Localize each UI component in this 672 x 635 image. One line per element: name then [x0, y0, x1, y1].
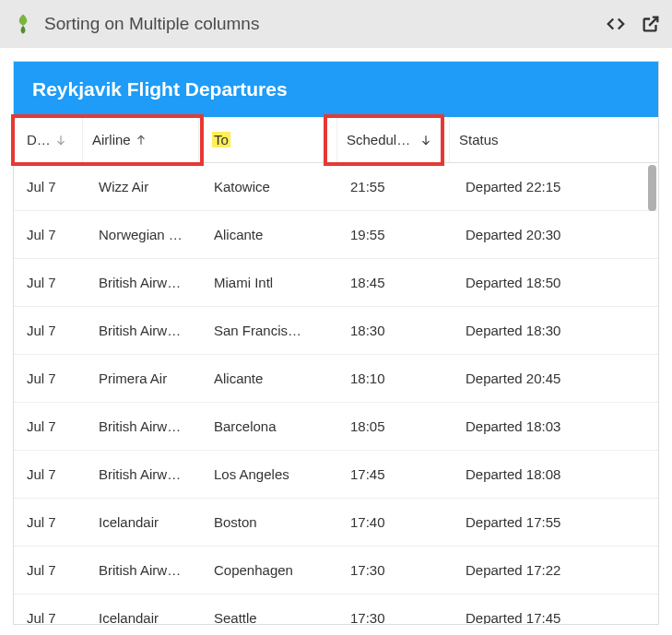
cell-date: Jul 7 — [14, 370, 86, 386]
cell-date: Jul 7 — [14, 275, 86, 290]
cell-scheduled: 19:55 — [337, 227, 453, 242]
cell-date: Jul 7 — [14, 179, 86, 194]
sort-desc-icon — [54, 134, 67, 147]
table-row[interactable]: Jul 7Wizz AirKatowice21:55Departed 22:15 — [14, 163, 658, 211]
cell-to: Barcelona — [201, 418, 337, 434]
cell-date: Jul 7 — [14, 418, 86, 434]
scrollbar[interactable] — [646, 163, 658, 624]
top-bar-left: Sorting on Multiple columns — [11, 12, 259, 36]
table-row[interactable]: Jul 7British Airw…Miami Intl18:45Departe… — [14, 259, 658, 307]
cell-status: Departed 22:15 — [453, 179, 655, 194]
table-row[interactable]: Jul 7Primera AirAlicante18:10Departed 20… — [14, 355, 658, 403]
cell-airline: British Airw… — [86, 275, 201, 290]
cell-to: Copenhagen — [201, 562, 337, 578]
column-header-date[interactable]: D… — [14, 117, 83, 162]
content: Reykjavik Flight Departures D… Airline — [0, 48, 672, 635]
cell-to: Boston — [201, 514, 337, 530]
svg-line-0 — [649, 18, 657, 26]
cell-date: Jul 7 — [14, 562, 86, 578]
cell-airline: Wizz Air — [86, 179, 201, 194]
column-header-scheduled[interactable]: Schedul… — [337, 117, 450, 162]
cell-airline: British Airw… — [86, 418, 201, 434]
cell-status: Departed 18:08 — [453, 466, 655, 482]
cell-scheduled: 21:55 — [337, 179, 453, 194]
cell-to: Los Angeles — [201, 466, 337, 482]
scrollbar-thumb[interactable] — [648, 165, 656, 211]
sort-asc-icon — [135, 134, 147, 147]
cell-to: Miami Intl — [201, 275, 337, 290]
cell-status: Departed 18:03 — [453, 418, 655, 434]
cell-status: Departed 17:22 — [453, 562, 655, 578]
cell-to: Katowice — [201, 179, 337, 194]
cell-status: Departed 20:30 — [453, 227, 655, 242]
column-label: D… — [27, 132, 51, 147]
table-row[interactable]: Jul 7British Airw…Los Angeles17:45Depart… — [14, 451, 658, 499]
page-title: Sorting on Multiple columns — [44, 14, 259, 34]
cell-scheduled: 18:45 — [337, 275, 453, 290]
column-header-to[interactable]: To — [199, 117, 337, 162]
cell-scheduled: 17:40 — [337, 514, 453, 530]
cell-scheduled: 18:30 — [337, 323, 453, 338]
cell-to: Alicante — [201, 370, 337, 386]
cell-date: Jul 7 — [14, 323, 86, 338]
open-external-icon[interactable] — [641, 14, 661, 34]
data-grid: Reykjavik Flight Departures D… Airline — [13, 61, 659, 625]
column-label: To — [212, 132, 230, 147]
cell-date: Jul 7 — [14, 466, 86, 482]
highlighted-text: To — [212, 132, 230, 147]
cell-status: Departed 18:30 — [453, 323, 655, 338]
column-label: Airline — [92, 132, 131, 147]
table-row[interactable]: Jul 7British Airw…San Francis…18:30Depar… — [14, 307, 658, 355]
cell-scheduled: 17:45 — [337, 466, 453, 482]
logo-icon — [11, 12, 35, 36]
cell-date: Jul 7 — [14, 514, 86, 530]
column-header-airline[interactable]: Airline — [83, 117, 199, 162]
cell-airline: British Airw… — [86, 562, 201, 578]
cell-airline: Norwegian … — [86, 227, 201, 242]
table-row[interactable]: Jul 7British Airw…Barcelona18:05Departed… — [14, 403, 658, 451]
cell-scheduled: 17:30 — [337, 562, 453, 578]
cell-airline: British Airw… — [86, 466, 201, 482]
cell-to: Seattle — [201, 610, 337, 624]
column-header-status[interactable]: Status — [450, 117, 653, 162]
cell-airline: British Airw… — [86, 323, 201, 338]
cell-to: Alicante — [201, 227, 337, 242]
cell-airline: Icelandair — [86, 514, 201, 530]
table-row[interactable]: Jul 7British Airw…Copenhagen17:30Departe… — [14, 547, 658, 594]
cell-to: San Francis… — [201, 323, 337, 338]
grid-body[interactable]: Jul 7Wizz AirKatowice21:55Departed 22:15… — [14, 163, 658, 624]
cell-scheduled: 18:05 — [337, 418, 453, 434]
column-label: Schedul… — [347, 132, 410, 147]
table-row[interactable]: Jul 7Norwegian …Alicante19:55Departed 20… — [14, 211, 658, 259]
cell-status: Departed 18:50 — [453, 275, 655, 290]
cell-scheduled: 17:30 — [337, 610, 453, 624]
cell-status: Departed 17:45 — [453, 610, 655, 624]
grid-header: D… Airline To — [14, 117, 658, 163]
table-row[interactable]: Jul 7IcelandairBoston17:40Departed 17:55 — [14, 499, 658, 547]
sort-desc-icon — [419, 134, 432, 147]
cell-status: Departed 17:55 — [453, 514, 655, 530]
table-row[interactable]: Jul 7IcelandairSeattle17:30Departed 17:4… — [14, 594, 658, 624]
cell-airline: Icelandair — [86, 610, 201, 624]
code-icon[interactable] — [606, 14, 626, 34]
cell-status: Departed 20:45 — [453, 370, 655, 386]
grid-title: Reykjavik Flight Departures — [14, 62, 658, 117]
cell-date: Jul 7 — [14, 227, 86, 242]
cell-scheduled: 18:10 — [337, 370, 453, 386]
top-bar: Sorting on Multiple columns — [0, 0, 672, 48]
cell-date: Jul 7 — [14, 610, 86, 624]
column-label: Status — [459, 132, 499, 147]
top-bar-right — [606, 14, 661, 34]
cell-airline: Primera Air — [86, 370, 201, 386]
